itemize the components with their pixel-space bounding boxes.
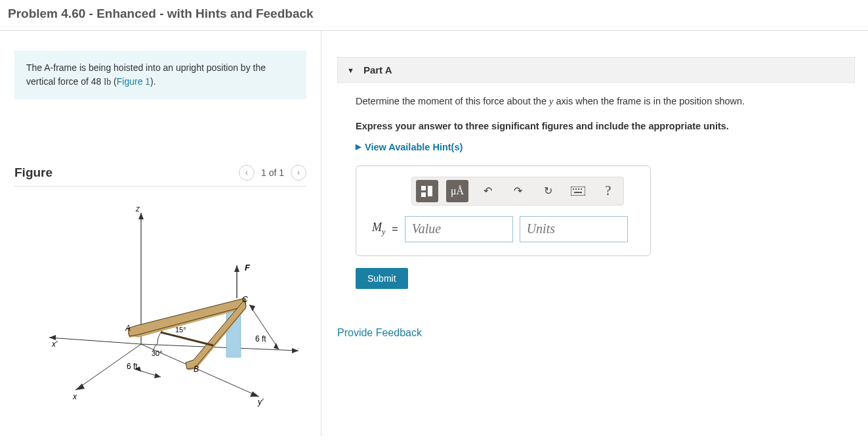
figure-link[interactable]: Figure 1 <box>117 76 150 87</box>
chevron-right-icon: ▶ <box>356 143 361 151</box>
equals-sign: = <box>392 223 398 235</box>
svg-marker-37 <box>249 305 255 311</box>
svg-line-3 <box>49 338 141 344</box>
figure-next-button[interactable]: › <box>291 165 306 181</box>
svg-text:6 ft: 6 ft <box>127 362 138 371</box>
svg-text:y: y <box>298 340 299 349</box>
answer-symbol: My <box>372 221 385 237</box>
svg-text:x: x <box>72 392 77 401</box>
svg-text:F: F <box>245 263 251 273</box>
question-text: Determine the moment of this force about… <box>356 95 837 109</box>
svg-text:B: B <box>194 364 199 374</box>
svg-text:C: C <box>242 295 248 304</box>
view-hints-link[interactable]: ▶ View Available Hint(s) <box>356 142 837 152</box>
part-header[interactable]: ▼ Part A <box>337 57 855 83</box>
redo-button[interactable]: ↷ <box>506 180 529 202</box>
svg-rect-40 <box>428 186 432 196</box>
svg-marker-1 <box>138 213 144 219</box>
svg-marker-13 <box>250 391 259 397</box>
prompt-unit: lb <box>104 77 111 87</box>
keyboard-button[interactable] <box>567 180 589 202</box>
template-button[interactable] <box>416 180 438 202</box>
collapse-icon: ▼ <box>347 66 354 74</box>
value-input[interactable] <box>405 216 513 242</box>
svg-rect-41 <box>421 192 426 197</box>
svg-marker-27 <box>234 265 239 272</box>
svg-rect-44 <box>575 188 577 190</box>
svg-rect-47 <box>574 192 582 193</box>
figure-title: Figure <box>14 165 52 180</box>
answer-toolbar: μÅ ↶ ↷ ↻ ? <box>411 177 624 206</box>
figure-image: z x' x y y' <box>14 187 306 423</box>
right-column: ▼ Part A Determine the moment of this fo… <box>321 31 868 436</box>
units-input[interactable] <box>520 216 628 242</box>
svg-rect-45 <box>578 188 579 190</box>
svg-rect-46 <box>581 188 582 190</box>
answer-box: μÅ ↶ ↷ ↻ ? My = <box>356 165 651 256</box>
svg-rect-42 <box>571 187 585 196</box>
instruction-text: Express your answer to three significant… <box>356 121 837 131</box>
svg-marker-10 <box>292 348 299 353</box>
help-button[interactable]: ? <box>597 180 619 202</box>
page-title: Problem 4.60 - Enhanced - with Hints and… <box>0 0 868 31</box>
reset-button[interactable]: ↻ <box>537 180 559 202</box>
hints-label: View Available Hint(s) <box>365 142 463 152</box>
part-label: Part A <box>363 64 392 76</box>
svg-text:A: A <box>125 324 131 333</box>
svg-marker-16 <box>154 373 161 378</box>
svg-text:y': y' <box>257 397 264 407</box>
figure-nav-label: 1 of 1 <box>261 167 284 178</box>
provide-feedback-link[interactable]: Provide Feedback <box>337 327 855 339</box>
svg-text:z: z <box>135 204 140 213</box>
svg-rect-39 <box>421 186 426 190</box>
submit-button[interactable]: Submit <box>356 268 408 289</box>
svg-text:6 ft: 6 ft <box>255 334 266 343</box>
svg-marker-38 <box>274 343 279 349</box>
prompt-text-b: ( <box>111 76 117 87</box>
svg-rect-43 <box>573 188 574 190</box>
left-column: The A-frame is being hoisted into an upr… <box>0 31 321 436</box>
problem-prompt: The A-frame is being hoisted into an upr… <box>14 51 306 99</box>
symbols-button[interactable]: μÅ <box>446 180 468 202</box>
svg-line-25 <box>161 332 213 345</box>
prompt-text-c: ). <box>150 76 156 87</box>
undo-button[interactable]: ↶ <box>476 180 499 202</box>
figure-prev-button[interactable]: ‹ <box>239 165 255 181</box>
svg-text:x': x' <box>51 340 58 349</box>
svg-text:15°: 15° <box>175 326 186 334</box>
